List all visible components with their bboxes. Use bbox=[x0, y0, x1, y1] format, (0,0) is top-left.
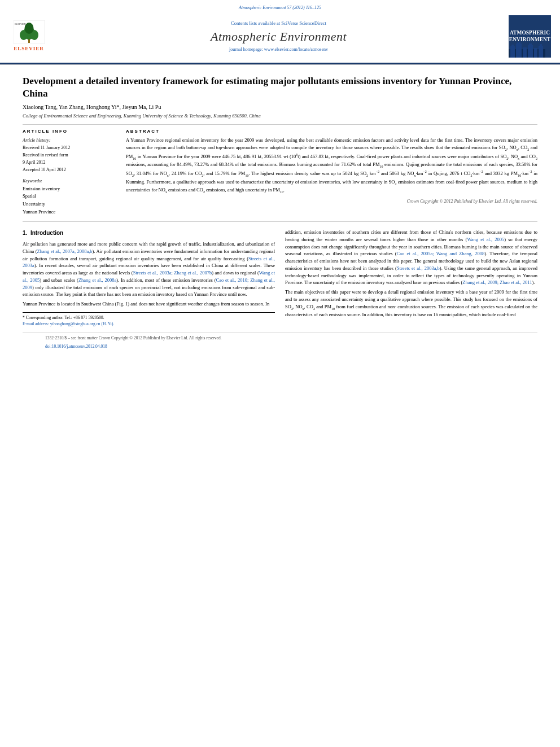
body-para-2: Yunnan Province is located in Southwest … bbox=[23, 300, 275, 308]
svg-point-5 bbox=[24, 23, 33, 34]
homepage-text: journal homepage: www.elsevier.com/locat… bbox=[229, 47, 328, 52]
keyword-1: Emission inventory bbox=[23, 185, 116, 193]
keyword-2: Spatial bbox=[23, 193, 116, 200]
ref-streets-2003a[interactable]: Streets et al., 2003a bbox=[23, 256, 275, 269]
section-1-heading: Introduction bbox=[30, 230, 63, 236]
elsevier-logo: ELSEVIER ELSEVIER bbox=[9, 20, 49, 53]
journal-banner-center: Contents lists available at SciVerse Sci… bbox=[49, 20, 509, 53]
body-para-3: addition, emission inventories of southe… bbox=[285, 229, 537, 286]
abstract-text: A Yunnan Province regional emission inve… bbox=[126, 137, 537, 195]
ref-streets-2003ab[interactable]: Streets et al., 2003a,b bbox=[397, 265, 440, 271]
authors-text: Xiaolong Tang, Yan Zhang, Honghong Yi*, … bbox=[23, 104, 161, 110]
svg-rect-13 bbox=[528, 45, 533, 58]
svg-rect-9 bbox=[511, 45, 514, 47]
divider-line-2 bbox=[23, 221, 537, 222]
keyword-4: Yunnan Province bbox=[23, 208, 116, 216]
article-info-col: ARTICLE INFO Article history: Received 1… bbox=[23, 128, 116, 216]
doi-text[interactable]: doi:10.1016/j.atmosenv.2012.04.018 bbox=[45, 344, 107, 349]
ref-wang-2005b[interactable]: Wang et al., 2005 bbox=[467, 237, 504, 242]
article-ref: Atmospheric Environment 57 (2012) 116–12… bbox=[0, 2, 560, 12]
header-bottom-bar bbox=[0, 63, 560, 64]
footnote-corresponding: * Corresponding author. Tel.: +86 871 59… bbox=[23, 314, 275, 321]
ref-zhang-2008a[interactable]: Zhang et al., 2008a bbox=[78, 277, 116, 283]
journal-banner: ELSEVIER ELSEVIER Contents lists availab… bbox=[0, 12, 560, 61]
page: Atmospheric Environment 57 (2012) 116–12… bbox=[0, 0, 560, 747]
svg-rect-16 bbox=[539, 46, 543, 58]
article-info-abstract: ARTICLE INFO Article history: Received 1… bbox=[23, 128, 537, 216]
contents-label: Contents lists available at bbox=[231, 20, 280, 26]
body-col-left: 1. Introduction Air pollution has genera… bbox=[23, 229, 275, 327]
svg-rect-12 bbox=[523, 47, 527, 58]
footnote-area: * Corresponding author. Tel.: +86 871 59… bbox=[23, 312, 275, 327]
body-section-1: 1. Introduction Air pollution has genera… bbox=[23, 229, 537, 327]
body-para-1: Air pollution has generated more and mor… bbox=[23, 241, 275, 298]
sciverse-link[interactable]: SciVerse ScienceDirect bbox=[281, 20, 326, 26]
copyright-line: Crown Copyright © 2012 Published by Else… bbox=[126, 198, 537, 204]
article-info-heading: ARTICLE INFO bbox=[23, 128, 116, 134]
svg-rect-8 bbox=[510, 46, 515, 58]
footnote-email[interactable]: E-mail address: yihonghong@tsinghua.org.… bbox=[23, 321, 275, 327]
svg-rect-17 bbox=[540, 44, 542, 47]
affiliation: College of Environmental Science and Eng… bbox=[23, 113, 537, 120]
authors: Xiaolong Tang, Yan Zhang, Honghong Yi*, … bbox=[23, 103, 537, 111]
svg-rect-10 bbox=[516, 43, 522, 58]
ref-cao-wang[interactable]: Cao et al., 2005a; Wang and Zhang, 2008 bbox=[397, 251, 485, 256]
abstract-heading: ABSTRACT bbox=[126, 128, 537, 134]
elsevier-text: ELSEVIER bbox=[14, 45, 44, 53]
body-col-right: addition, emission inventories of southe… bbox=[285, 229, 537, 327]
ref-zhang-2007[interactable]: Zhang et al., 2007a, 2008a,b bbox=[37, 248, 93, 254]
ref-streets-zhang[interactable]: Streets et al., 2003a; Zhang et al., 200… bbox=[133, 270, 212, 276]
article-history-label: Article history: bbox=[23, 137, 116, 143]
article-ref-text: Atmospheric Environment 57 (2012) 116–12… bbox=[239, 5, 321, 10]
abstract-col: ABSTRACT A Yunnan Province regional emis… bbox=[126, 128, 537, 216]
ref-cao-zhang[interactable]: Cao et al., 2010; Zhang et al., 2009 bbox=[23, 277, 275, 290]
journal-header: Atmospheric Environment 57 (2012) 116–12… bbox=[0, 0, 560, 65]
contents-line: Contents lists available at SciVerse Sci… bbox=[49, 20, 509, 27]
ref-zhang-zhao[interactable]: Zhang et al., 2009; Zhao et al., 2011 bbox=[462, 279, 532, 285]
journal-homepage: journal homepage: www.elsevier.com/locat… bbox=[49, 46, 509, 53]
divider-line bbox=[23, 124, 537, 125]
doi-line: doi:10.1016/j.atmosenv.2012.04.018 bbox=[23, 344, 537, 355]
body-two-col: 1. Introduction Air pollution has genera… bbox=[23, 229, 537, 327]
received-date: Received 11 January 2012 bbox=[23, 145, 116, 151]
svg-rect-15 bbox=[534, 48, 537, 58]
keyword-3: Uncertainty bbox=[23, 200, 116, 208]
badge-skyline bbox=[509, 41, 545, 58]
issn-text: 1352-2310/$ – see front matter Crown Cop… bbox=[45, 335, 222, 342]
revised-label: Received in revised form bbox=[23, 152, 116, 159]
svg-rect-14 bbox=[529, 43, 532, 46]
article-content: Development a detailed inventory framewo… bbox=[0, 65, 560, 363]
atmos-env-badge: ATMOSPHERICENVIRONMENT bbox=[509, 15, 551, 58]
section-1-title: 1. Introduction bbox=[23, 230, 63, 236]
article-title: Development a detailed inventory framewo… bbox=[23, 75, 537, 100]
svg-rect-11 bbox=[517, 42, 520, 45]
journal-title-main: Atmospheric Environment bbox=[49, 28, 509, 46]
elsevier-tree-icon: ELSEVIER bbox=[14, 20, 45, 44]
accepted-date: Accepted 10 April 2012 bbox=[23, 167, 116, 173]
body-para-4: The main objectives of this paper were t… bbox=[285, 289, 537, 318]
keywords-label: Keywords: bbox=[23, 178, 116, 184]
svg-text:ELSEVIER: ELSEVIER bbox=[15, 23, 26, 25]
revised-date: 9 April 2012 bbox=[23, 159, 116, 166]
section-1-number: 1. bbox=[23, 230, 27, 236]
bottom-bar: 1352-2310/$ – see front matter Crown Cop… bbox=[23, 333, 537, 344]
